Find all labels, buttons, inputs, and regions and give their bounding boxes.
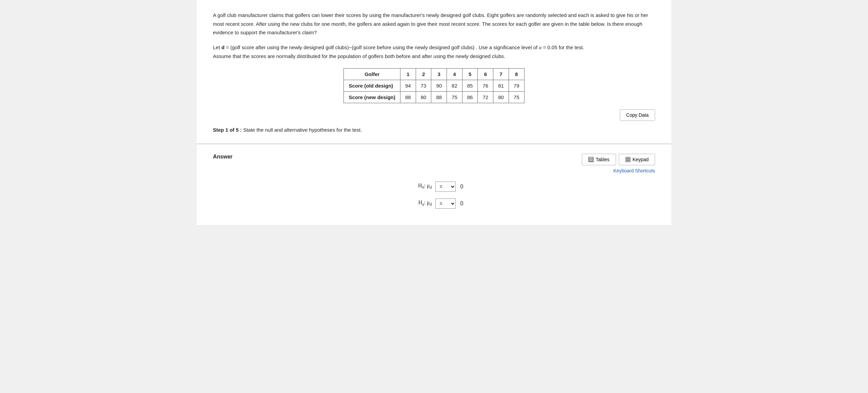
old-score-5: 85 bbox=[462, 80, 478, 91]
table-header-8: 8 bbox=[509, 68, 524, 80]
svg-rect-6 bbox=[626, 157, 627, 158]
step-instruction: Step 1 of 5 : State the null and alterna… bbox=[213, 127, 655, 133]
svg-rect-8 bbox=[629, 157, 630, 158]
old-score-2: 73 bbox=[416, 80, 431, 91]
new-score-8: 75 bbox=[509, 91, 524, 103]
def-let: Let bbox=[213, 44, 221, 50]
old-score-8: 79 bbox=[509, 80, 524, 91]
svg-rect-10 bbox=[627, 159, 629, 160]
table-header-golfer: Golfer bbox=[344, 68, 400, 80]
table-header-7: 7 bbox=[493, 68, 509, 80]
svg-rect-13 bbox=[627, 161, 629, 162]
tools-buttons-row: Tables bbox=[582, 154, 655, 165]
answer-tools: Tables bbox=[582, 154, 655, 173]
copy-data-row: Copy Data bbox=[213, 109, 655, 121]
old-score-4: 82 bbox=[447, 80, 462, 91]
keypad-icon bbox=[625, 157, 631, 162]
svg-rect-14 bbox=[629, 161, 630, 162]
table-row-new-design: Score (new design) 88 80 88 75 86 72 80 … bbox=[344, 91, 524, 103]
tables-icon bbox=[588, 157, 594, 162]
table-row-old-design: Score (old design) 94 73 90 82 85 76 81 … bbox=[344, 80, 524, 91]
new-score-4: 75 bbox=[447, 91, 462, 103]
old-score-1: 94 bbox=[400, 80, 416, 91]
ha-row: Ha: μd = ≠ < > ≤ ≥ 0 bbox=[405, 199, 463, 209]
answer-section: Answer Tables bbox=[197, 144, 671, 225]
table-header-2: 2 bbox=[416, 68, 431, 80]
new-design-label: Score (new design) bbox=[344, 91, 400, 103]
keypad-button[interactable]: Keypad bbox=[619, 154, 655, 165]
table-header-1: 1 bbox=[400, 68, 416, 80]
def-alpha-eq: = 0.05 for the test. bbox=[541, 44, 584, 50]
old-score-6: 76 bbox=[478, 80, 493, 91]
new-score-3: 88 bbox=[431, 91, 447, 103]
table-header-6: 6 bbox=[478, 68, 493, 80]
svg-rect-7 bbox=[627, 157, 629, 158]
old-score-3: 90 bbox=[431, 80, 447, 91]
def-eq: = (golf score after using the newly desi… bbox=[224, 44, 539, 50]
question-section: A golf club manufacturer claims that gol… bbox=[197, 0, 671, 144]
d-variable: d bbox=[221, 44, 224, 50]
answer-header-row: Answer Tables bbox=[213, 154, 655, 173]
ha-value: 0 bbox=[460, 201, 463, 207]
svg-rect-12 bbox=[626, 161, 627, 162]
table-header-3: 3 bbox=[431, 68, 447, 80]
copy-data-button[interactable]: Copy Data bbox=[620, 109, 655, 121]
h0-operator-select[interactable]: = ≠ < > ≤ ≥ bbox=[435, 182, 456, 192]
hypothesis-area: H0: μd = ≠ < > ≤ ≥ 0 Ha: μd = ≠ < > bbox=[213, 182, 655, 209]
table-header-5: 5 bbox=[462, 68, 478, 80]
keypad-btn-label: Keypad bbox=[633, 157, 649, 162]
golfer-data-table: Golfer 1 2 3 4 5 6 7 8 Score (old design… bbox=[343, 68, 524, 103]
step-text: State the null and alternative hypothese… bbox=[242, 127, 362, 133]
table-header-4: 4 bbox=[447, 68, 462, 80]
new-score-6: 72 bbox=[478, 91, 493, 103]
keyboard-shortcuts-link[interactable]: Keyboard Shortcuts bbox=[613, 168, 655, 173]
new-score-1: 88 bbox=[400, 91, 416, 103]
old-design-label: Score (old design) bbox=[344, 80, 400, 91]
tables-btn-label: Tables bbox=[596, 157, 609, 162]
svg-rect-9 bbox=[626, 159, 627, 160]
step-label: Step 1 of 5 : bbox=[213, 127, 242, 133]
old-score-7: 81 bbox=[493, 80, 509, 91]
ha-operator-select[interactable]: = ≠ < > ≤ ≥ bbox=[435, 199, 456, 209]
definition-paragraph: Let d = (golf score after using the newl… bbox=[213, 43, 655, 61]
def-assume: Assume that the scores are normally dist… bbox=[213, 53, 505, 59]
svg-rect-11 bbox=[629, 159, 630, 160]
answer-label: Answer bbox=[213, 154, 233, 160]
data-table-container: Golfer 1 2 3 4 5 6 7 8 Score (old design… bbox=[213, 68, 655, 103]
tables-button[interactable]: Tables bbox=[582, 154, 616, 165]
new-score-5: 86 bbox=[462, 91, 478, 103]
ha-label: Ha: μd bbox=[405, 200, 432, 207]
h0-label: H0: μd bbox=[405, 183, 432, 190]
h0-value: 0 bbox=[460, 184, 463, 190]
new-score-7: 80 bbox=[493, 91, 509, 103]
question-paragraph1: A golf club manufacturer claims that gol… bbox=[213, 11, 655, 37]
h0-row: H0: μd = ≠ < > ≤ ≥ 0 bbox=[405, 182, 463, 192]
new-score-2: 80 bbox=[416, 91, 431, 103]
